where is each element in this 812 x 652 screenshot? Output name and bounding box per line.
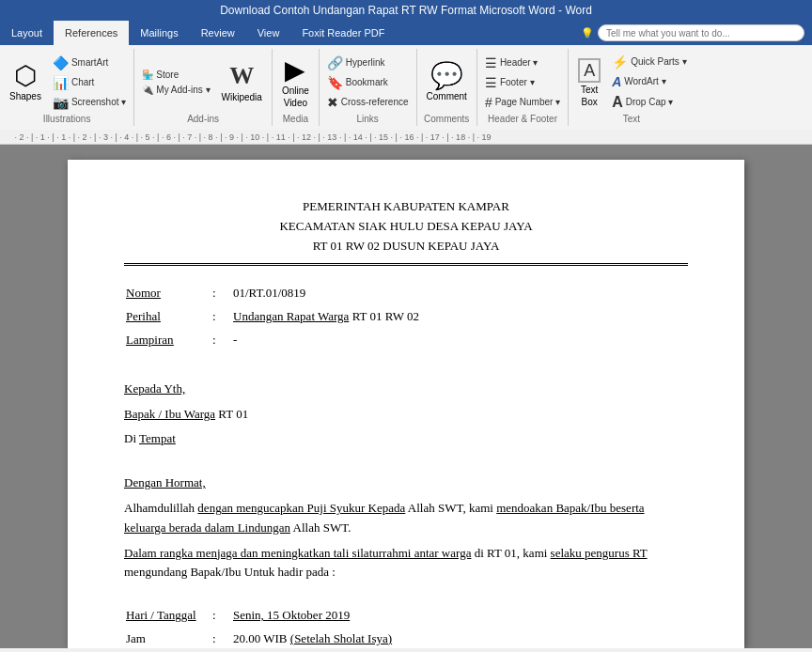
- perihal-label: Perihal: [126, 309, 161, 323]
- header-button[interactable]: ☰ Header ▾: [481, 54, 564, 72]
- links-label: Links: [323, 114, 413, 126]
- salutation: Kepada Yth,: [124, 380, 688, 399]
- header-line2: KECAMATAN SIAK HULU DESA KEPAU JAYA: [124, 217, 688, 237]
- store-button[interactable]: 🏪 Store: [138, 68, 213, 82]
- recipient: Bapak / Ibu Warga RT 01: [124, 405, 688, 425]
- body-paragraph1: Alhamdulillah dengan mengucapkan Puji Sy…: [124, 499, 688, 538]
- tab-view[interactable]: View: [246, 21, 291, 45]
- title-text: Download Contoh Undangan Rapat RT RW For…: [220, 4, 592, 17]
- header-divider: [124, 263, 688, 266]
- illustrations-label: Illustrations: [4, 114, 130, 126]
- detail-jam: Jam : 20.00 WIB (Setelah Sholat Isya): [126, 629, 686, 648]
- quick-parts-button[interactable]: ⚡ Quick Parts ▾: [608, 53, 690, 71]
- nomor-value: 01/RT.01/0819: [233, 283, 686, 304]
- text-group-label: Text: [572, 114, 690, 126]
- document-area: PEMERINTAH KABUPATEN KAMPAR KECAMATAN SI…: [0, 145, 812, 648]
- perihal-value: Undangan Rapat Warga RT 01 RW 02: [233, 306, 686, 328]
- ribbon-tabs: Layout References Mailings Review View F…: [0, 21, 812, 45]
- body-paragraph2: Dalam rangka menjaga dan meningkatkan ta…: [124, 544, 688, 583]
- field-perihal: Perihal : Undangan Rapat Warga RT 01 RW …: [126, 306, 686, 328]
- header-footer-label: Header & Footer: [481, 114, 564, 126]
- media-label: Media: [276, 114, 315, 126]
- header-line3: RT 01 RW 02 DUSUN KEPAU JAYA: [124, 237, 688, 256]
- ruler: · 2 · | · 1 · | · 1 · | · 2 · | · 3 · | …: [0, 130, 812, 145]
- media-group: ▶ Online Video Media: [273, 49, 320, 126]
- online-video-button[interactable]: ▶ Online Video: [276, 54, 315, 112]
- addins-group: 🏪 Store 🔌 My Add-ins ▾ W Wikipedia Add-i…: [134, 49, 273, 126]
- text-group: A Text Box ⚡ Quick Parts ▾ A WordArt ▾ A…: [569, 49, 694, 126]
- lampiran-label: Lampiran: [126, 333, 174, 347]
- header-footer-group: ☰ Header ▾ ☰ Footer ▾ # Page Number ▾ He…: [477, 49, 569, 126]
- perihal-colon: :: [212, 306, 231, 328]
- tab-foxit[interactable]: Foxit Reader PDF: [290, 21, 396, 45]
- addins-label: Add-ins: [138, 114, 268, 126]
- smartart-button[interactable]: 🔷 SmartArt: [49, 54, 130, 72]
- tab-references[interactable]: References: [54, 21, 129, 45]
- header-line1: PEMERINTAH KABUPATEN KAMPAR: [124, 197, 688, 217]
- field-lampiran: Lampiran : -: [126, 330, 686, 351]
- shapes-button[interactable]: ⬡ Shapes: [4, 59, 47, 105]
- greeting: Dengan Hormat,: [124, 473, 688, 493]
- myaddin-button[interactable]: 🔌 My Add-ins ▾: [138, 83, 213, 97]
- tab-review[interactable]: Review: [190, 21, 246, 45]
- detail-tanggal: Hari / Tanggal : Senin, 15 Oktober 2019: [126, 605, 686, 627]
- links-group: 🔗 Hyperlink 🔖 Bookmark ✖ Cross-reference…: [320, 49, 417, 126]
- comments-group: 💬 Comment Comments: [417, 49, 477, 126]
- footer-button[interactable]: ☰ Footer ▾: [481, 73, 564, 92]
- hyperlink-button[interactable]: 🔗 Hyperlink: [323, 54, 413, 72]
- text-box-button[interactable]: A Text Box: [572, 54, 606, 111]
- page-number-button[interactable]: # Page Number ▾: [481, 93, 564, 112]
- tell-me-input[interactable]: [598, 24, 804, 41]
- chart-button[interactable]: 📊 Chart: [49, 73, 130, 92]
- wikipedia-button[interactable]: W Wikipedia: [216, 58, 268, 106]
- letter-fields: Nomor : 01/RT.01/0819 Perihal : Undangan…: [124, 281, 688, 352]
- page: PEMERINTAH KABUPATEN KAMPAR KECAMATAN SI…: [68, 160, 744, 648]
- location: Di Tempat: [124, 429, 688, 449]
- lampiran-value: -: [233, 330, 686, 351]
- comment-button[interactable]: 💬 Comment: [421, 59, 473, 105]
- field-nomor: Nomor : 01/RT.01/0819: [126, 283, 686, 304]
- drop-cap-button[interactable]: A Drop Cap ▾: [608, 92, 690, 113]
- bookmark-button[interactable]: 🔖 Bookmark: [323, 73, 413, 92]
- tab-mailings[interactable]: Mailings: [129, 21, 189, 45]
- illustrations-group: ⬡ Shapes 🔷 SmartArt 📊 Chart 📷 Screenshot…: [0, 49, 134, 126]
- lampiran-colon: :: [212, 330, 231, 351]
- wordart-button[interactable]: A WordArt ▾: [608, 72, 690, 91]
- comments-label: Comments: [421, 114, 473, 126]
- nomor-label: Nomor: [126, 286, 161, 300]
- letter-body: Kepada Yth, Bapak / Ibu Warga RT 01 Di T…: [124, 380, 688, 449]
- crossref-button[interactable]: ✖ Cross-reference: [323, 93, 413, 112]
- tab-layout[interactable]: Layout: [0, 21, 54, 45]
- letter-content: Dengan Hormat, Alhamdulillah dengan meng…: [124, 473, 688, 582]
- title-bar: Download Contoh Undangan Rapat RT RW For…: [0, 0, 812, 21]
- page-header: PEMERINTAH KABUPATEN KAMPAR KECAMATAN SI…: [124, 197, 688, 256]
- nomor-colon: :: [212, 283, 231, 304]
- details-table: Hari / Tanggal : Senin, 15 Oktober 2019 …: [124, 603, 688, 648]
- ribbon-content: ⬡ Shapes 🔷 SmartArt 📊 Chart 📷 Screenshot…: [0, 45, 812, 130]
- screenshot-button[interactable]: 📷 Screenshot ▾: [49, 93, 130, 112]
